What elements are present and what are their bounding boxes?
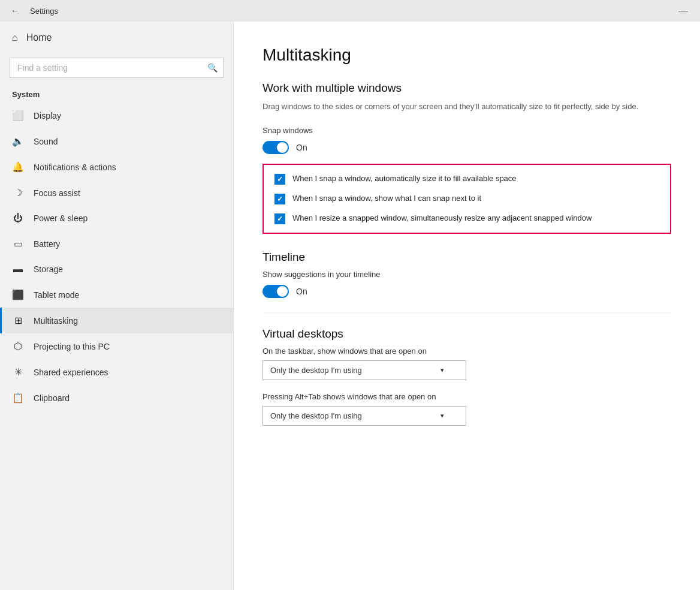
sound-icon: 🔈 [12,136,24,147]
checkbox-row-1: When I snap a window, automatically size… [274,173,659,185]
multitasking-icon: ⊞ [12,315,24,326]
sidebar-item-label: Battery [34,239,60,249]
tablet-icon: ⬛ [12,289,24,300]
sidebar-item-battery[interactable]: ▭ Battery [0,231,233,257]
snap-options-box: When I snap a window, automatically size… [262,164,671,234]
sidebar-item-label: Storage [34,264,63,274]
checkbox-3[interactable] [274,213,285,224]
sidebar-item-label: Multitasking [34,316,78,326]
checkbox-row-2: When I snap a window, show what I can sn… [274,193,659,204]
sidebar-item-shared[interactable]: ✳ Shared experiences [0,359,233,385]
section1-title: Work with multiple windows [262,82,671,95]
display-icon: ⬜ [12,110,24,121]
sidebar-item-label: Focus assist [34,188,80,198]
suggestions-toggle[interactable] [262,285,289,298]
sidebar-item-display[interactable]: ⬜ Display [0,103,233,128]
section1-description: Drag windows to the sides or corners of … [262,101,671,113]
sidebar-item-power[interactable]: ⏻ Power & sleep [0,206,233,231]
sidebar-item-label: Tablet mode [34,290,79,300]
sidebar-item-label: Sound [34,137,58,146]
section3-title: Virtual desktops [262,327,671,341]
sidebar-item-label: Clipboard [34,393,70,403]
sidebar-item-label: Display [34,111,61,121]
checkbox-label-3: When I resize a snapped window, simultan… [292,213,592,224]
snap-toggle[interactable] [262,141,289,154]
shared-icon: ✳ [12,366,24,378]
checkbox-2[interactable] [274,194,285,204]
taskbar-dropdown[interactable]: Only the desktop I'm using ▾ [262,360,466,380]
sidebar: ⌂ Home 🔍 System ⬜ Display 🔈 Sound 🔔 Noti… [0,22,234,590]
sidebar-item-sound[interactable]: 🔈 Sound [0,128,233,154]
alttab-dropdown[interactable]: Only the desktop I'm using ▾ [262,406,466,426]
taskbar-dropdown-value: Only the desktop I'm using [270,366,362,375]
sidebar-section-label: System [0,85,233,103]
battery-icon: ▭ [12,238,24,249]
sidebar-home[interactable]: ⌂ Home [0,22,233,54]
dropdown2-label: Pressing Alt+Tab shows windows that are … [262,392,671,401]
app-body: ⌂ Home 🔍 System ⬜ Display 🔈 Sound 🔔 Noti… [0,22,700,590]
section2-title: Timeline [262,251,671,264]
alttab-dropdown-value: Only the desktop I'm using [270,411,362,420]
sidebar-item-label: Projecting to this PC [34,342,110,351]
projecting-icon: ⬡ [12,341,24,352]
home-icon: ⌂ [12,32,18,43]
sidebar-item-label: Power & sleep [34,213,88,223]
sidebar-search-container: 🔍 [10,58,224,78]
sidebar-home-label: Home [26,32,52,43]
chevron-down-icon: ▾ [440,366,444,374]
sidebar-item-multitasking[interactable]: ⊞ Multitasking [0,308,233,333]
suggestions-label: Show suggestions in your timeline [262,270,671,279]
page-title: Multitasking [262,46,671,65]
checkbox-row-3: When I resize a snapped window, simultan… [274,213,659,224]
power-icon: ⏻ [12,213,24,224]
snap-toggle-row: On [262,141,671,154]
checkbox-label-2: When I snap a window, show what I can sn… [292,193,481,204]
suggestions-toggle-label: On [296,287,307,296]
back-button[interactable]: ← [7,5,23,17]
snap-toggle-label: On [296,143,307,152]
notifications-icon: 🔔 [12,161,24,173]
dropdown1-label: On the taskbar, show windows that are op… [262,347,671,356]
app-title: Settings [30,7,58,16]
snap-label: Snap windows [262,126,671,135]
sidebar-item-projecting[interactable]: ⬡ Projecting to this PC [0,333,233,359]
divider [262,312,671,313]
checkbox-1[interactable] [274,174,285,185]
sidebar-item-label: Notifications & actions [34,162,116,172]
sidebar-item-clipboard[interactable]: 📋 Clipboard [0,385,233,411]
main-content: Multitasking Work with multiple windows … [234,22,700,590]
chevron-down-icon-2: ▾ [440,412,444,420]
sidebar-item-notifications[interactable]: 🔔 Notifications & actions [0,154,233,180]
search-icon: 🔍 [207,63,218,73]
checkbox-label-1: When I snap a window, automatically size… [292,173,517,184]
search-input[interactable] [10,58,224,78]
clipboard-icon: 📋 [12,392,24,404]
suggestions-toggle-row: On [262,285,671,298]
sidebar-item-storage[interactable]: ▬ Storage [0,257,233,282]
sidebar-item-label: Shared experiences [34,368,108,377]
minimize-button[interactable]: — [674,5,693,16]
storage-icon: ▬ [12,264,24,275]
focus-icon: ☽ [12,187,24,198]
title-bar: ← Settings — [0,0,700,22]
sidebar-item-tablet[interactable]: ⬛ Tablet mode [0,282,233,308]
sidebar-item-focus[interactable]: ☽ Focus assist [0,180,233,206]
